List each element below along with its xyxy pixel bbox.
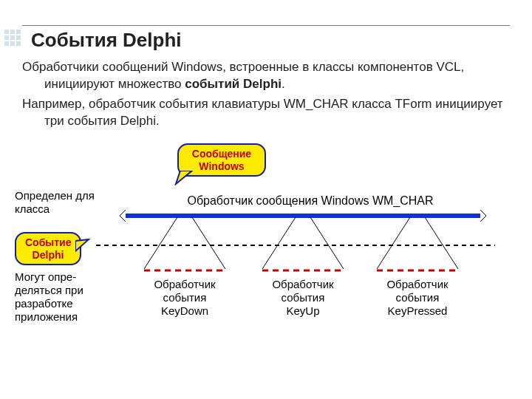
label-handler-keyup: Обработчик события KeyUp — [251, 278, 355, 318]
svg-line-5 — [192, 217, 225, 269]
callout-tail-icon — [75, 238, 90, 256]
corner-decor-icon — [4, 30, 21, 46]
label-handler-keypressed: Обработчик события KeyPressed — [366, 278, 469, 318]
paragraph-1-post: . — [282, 77, 285, 91]
paragraph-2: Например, обработчик события клавиатуры … — [22, 96, 510, 130]
svg-line-11 — [425, 217, 458, 269]
svg-line-10 — [377, 217, 410, 269]
svg-line-7 — [262, 217, 296, 269]
diagram: Сообщение Windows Событие Delphi Определ… — [22, 143, 510, 335]
callout-event-delphi: Событие Delphi — [15, 232, 81, 266]
svg-marker-0 — [176, 171, 192, 184]
label-main-handler: Обработчик сообщения Windows WM_CHAR — [155, 194, 466, 208]
callout-event-delphi-label: Событие Delphi — [25, 236, 71, 262]
label-defined-at-dev: Могут опре- деляться при разработке прил… — [15, 270, 103, 324]
svg-marker-1 — [75, 239, 89, 251]
page-title: События Delphi — [31, 29, 510, 52]
paragraph-1-bold: событий Delphi — [185, 77, 282, 91]
label-handler-keydown: Обработчик события KeyDown — [133, 278, 236, 318]
paragraph-1: Обработчики сообщений Windows, встроенны… — [22, 59, 510, 93]
callout-message-windows: Сообщение Windows — [177, 143, 266, 177]
callout-message-windows-label: Сообщение Windows — [188, 148, 256, 173]
label-defined-for-class: Определен для класса — [15, 189, 96, 216]
svg-line-4 — [144, 217, 177, 269]
svg-line-8 — [310, 217, 344, 269]
top-divider — [22, 25, 510, 26]
callout-tail-icon — [174, 171, 197, 185]
